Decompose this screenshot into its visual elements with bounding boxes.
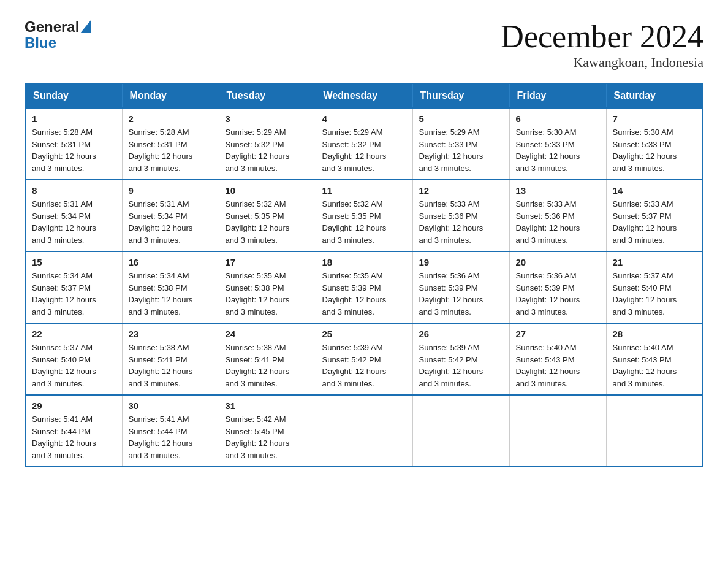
- header-thursday: Thursday: [412, 83, 509, 108]
- day-number: 8: [32, 185, 116, 196]
- calendar-cell: 19 Sunrise: 5:36 AM Sunset: 5:39 PM Dayl…: [412, 251, 509, 323]
- header-saturday: Saturday: [606, 83, 703, 108]
- day-info: Sunrise: 5:34 AM Sunset: 5:38 PM Dayligh…: [129, 270, 213, 318]
- calendar-body: 1 Sunrise: 5:28 AM Sunset: 5:31 PM Dayli…: [25, 108, 703, 467]
- header-sunday: Sunday: [25, 83, 122, 108]
- day-info: Sunrise: 5:39 AM Sunset: 5:42 PM Dayligh…: [419, 342, 503, 389]
- day-number: 5: [419, 113, 503, 124]
- day-number: 22: [32, 329, 116, 339]
- day-info: Sunrise: 5:33 AM Sunset: 5:36 PM Dayligh…: [419, 198, 503, 246]
- day-info: Sunrise: 5:41 AM Sunset: 5:44 PM Dayligh…: [129, 413, 213, 461]
- calendar-cell: 12 Sunrise: 5:33 AM Sunset: 5:36 PM Dayl…: [412, 180, 509, 251]
- calendar-cell: 2 Sunrise: 5:28 AM Sunset: 5:31 PM Dayli…: [122, 108, 219, 180]
- day-info: Sunrise: 5:42 AM Sunset: 5:45 PM Dayligh…: [226, 413, 309, 461]
- calendar-cell: 6 Sunrise: 5:30 AM Sunset: 5:33 PM Dayli…: [509, 108, 606, 180]
- calendar-cell: 7 Sunrise: 5:30 AM Sunset: 5:33 PM Dayli…: [606, 108, 703, 180]
- calendar-cell: 18 Sunrise: 5:35 AM Sunset: 5:39 PM Dayl…: [316, 251, 412, 323]
- calendar-cell: [509, 395, 606, 467]
- day-info: Sunrise: 5:29 AM Sunset: 5:33 PM Dayligh…: [419, 126, 503, 174]
- calendar-cell: 1 Sunrise: 5:28 AM Sunset: 5:31 PM Dayli…: [25, 108, 122, 180]
- week-row-3: 15 Sunrise: 5:34 AM Sunset: 5:37 PM Dayl…: [25, 251, 703, 323]
- day-info: Sunrise: 5:37 AM Sunset: 5:40 PM Dayligh…: [613, 270, 697, 318]
- calendar-cell: 14 Sunrise: 5:33 AM Sunset: 5:37 PM Dayl…: [606, 180, 703, 251]
- week-row-4: 22 Sunrise: 5:37 AM Sunset: 5:40 PM Dayl…: [25, 323, 703, 395]
- day-info: Sunrise: 5:41 AM Sunset: 5:44 PM Dayligh…: [32, 413, 116, 461]
- day-info: Sunrise: 5:36 AM Sunset: 5:39 PM Dayligh…: [419, 270, 503, 318]
- day-number: 3: [226, 113, 309, 124]
- day-number: 30: [129, 400, 213, 411]
- day-number: 1: [32, 113, 116, 124]
- calendar-cell: 3 Sunrise: 5:29 AM Sunset: 5:32 PM Dayli…: [219, 108, 316, 180]
- day-number: 24: [226, 329, 309, 339]
- day-number: 4: [322, 113, 406, 124]
- day-info: Sunrise: 5:38 AM Sunset: 5:41 PM Dayligh…: [226, 342, 309, 389]
- day-info: Sunrise: 5:40 AM Sunset: 5:43 PM Dayligh…: [516, 342, 600, 389]
- day-number: 7: [613, 113, 697, 124]
- day-number: 9: [129, 185, 213, 196]
- calendar-cell: 29 Sunrise: 5:41 AM Sunset: 5:44 PM Dayl…: [25, 395, 122, 467]
- day-info: Sunrise: 5:32 AM Sunset: 5:35 PM Dayligh…: [322, 198, 406, 246]
- header-tuesday: Tuesday: [219, 83, 316, 108]
- calendar-cell: 24 Sunrise: 5:38 AM Sunset: 5:41 PM Dayl…: [219, 323, 316, 395]
- day-info: Sunrise: 5:28 AM Sunset: 5:31 PM Dayligh…: [129, 126, 213, 174]
- page-header: General Blue December 2024 Kawangkoan, I…: [25, 18, 703, 71]
- day-info: Sunrise: 5:33 AM Sunset: 5:37 PM Dayligh…: [613, 198, 697, 246]
- calendar-cell: [606, 395, 703, 467]
- header-wednesday: Wednesday: [316, 83, 412, 108]
- header-friday: Friday: [509, 83, 606, 108]
- calendar-cell: 4 Sunrise: 5:29 AM Sunset: 5:32 PM Dayli…: [316, 108, 412, 180]
- day-number: 2: [129, 113, 213, 124]
- calendar-cell: 30 Sunrise: 5:41 AM Sunset: 5:44 PM Dayl…: [122, 395, 219, 467]
- day-info: Sunrise: 5:35 AM Sunset: 5:39 PM Dayligh…: [322, 270, 406, 318]
- day-info: Sunrise: 5:33 AM Sunset: 5:36 PM Dayligh…: [516, 198, 600, 246]
- day-number: 18: [322, 257, 406, 267]
- day-info: Sunrise: 5:35 AM Sunset: 5:38 PM Dayligh…: [226, 270, 309, 318]
- calendar-cell: 9 Sunrise: 5:31 AM Sunset: 5:34 PM Dayli…: [122, 180, 219, 251]
- title-area: December 2024 Kawangkoan, Indonesia: [501, 18, 703, 71]
- day-info: Sunrise: 5:31 AM Sunset: 5:34 PM Dayligh…: [32, 198, 116, 246]
- day-number: 27: [516, 329, 600, 339]
- calendar-subtitle: Kawangkoan, Indonesia: [501, 55, 703, 71]
- calendar-cell: 28 Sunrise: 5:40 AM Sunset: 5:43 PM Dayl…: [606, 323, 703, 395]
- day-number: 20: [516, 257, 600, 267]
- day-info: Sunrise: 5:30 AM Sunset: 5:33 PM Dayligh…: [516, 126, 600, 174]
- day-info: Sunrise: 5:40 AM Sunset: 5:43 PM Dayligh…: [613, 342, 697, 389]
- calendar-cell: 25 Sunrise: 5:39 AM Sunset: 5:42 PM Dayl…: [316, 323, 412, 395]
- day-number: 15: [32, 257, 116, 267]
- day-info: Sunrise: 5:29 AM Sunset: 5:32 PM Dayligh…: [322, 126, 406, 174]
- calendar-header: SundayMondayTuesdayWednesdayThursdayFrid…: [25, 83, 703, 108]
- day-number: 6: [516, 113, 600, 124]
- calendar-table: SundayMondayTuesdayWednesdayThursdayFrid…: [25, 83, 703, 467]
- day-number: 21: [613, 257, 697, 267]
- calendar-cell: 17 Sunrise: 5:35 AM Sunset: 5:38 PM Dayl…: [219, 251, 316, 323]
- day-info: Sunrise: 5:28 AM Sunset: 5:31 PM Dayligh…: [32, 126, 116, 174]
- calendar-cell: 10 Sunrise: 5:32 AM Sunset: 5:35 PM Dayl…: [219, 180, 316, 251]
- day-number: 14: [613, 185, 697, 196]
- calendar-cell: 15 Sunrise: 5:34 AM Sunset: 5:37 PM Dayl…: [25, 251, 122, 323]
- day-info: Sunrise: 5:29 AM Sunset: 5:32 PM Dayligh…: [226, 126, 309, 174]
- day-info: Sunrise: 5:32 AM Sunset: 5:35 PM Dayligh…: [226, 198, 309, 246]
- day-number: 16: [129, 257, 213, 267]
- calendar-cell: [316, 395, 412, 467]
- calendar-cell: 20 Sunrise: 5:36 AM Sunset: 5:39 PM Dayl…: [509, 251, 606, 323]
- day-number: 25: [322, 329, 406, 339]
- week-row-1: 1 Sunrise: 5:28 AM Sunset: 5:31 PM Dayli…: [25, 108, 703, 180]
- week-row-2: 8 Sunrise: 5:31 AM Sunset: 5:34 PM Dayli…: [25, 180, 703, 251]
- calendar-cell: 5 Sunrise: 5:29 AM Sunset: 5:33 PM Dayli…: [412, 108, 509, 180]
- calendar-cell: 23 Sunrise: 5:38 AM Sunset: 5:41 PM Dayl…: [122, 323, 219, 395]
- logo-arrow-icon: [80, 20, 91, 33]
- calendar-cell: 13 Sunrise: 5:33 AM Sunset: 5:36 PM Dayl…: [509, 180, 606, 251]
- day-info: Sunrise: 5:34 AM Sunset: 5:37 PM Dayligh…: [32, 270, 116, 318]
- week-row-5: 29 Sunrise: 5:41 AM Sunset: 5:44 PM Dayl…: [25, 395, 703, 467]
- day-info: Sunrise: 5:38 AM Sunset: 5:41 PM Dayligh…: [129, 342, 213, 389]
- calendar-cell: 31 Sunrise: 5:42 AM Sunset: 5:45 PM Dayl…: [219, 395, 316, 467]
- logo-general-text: General: [25, 18, 91, 36]
- calendar-cell: 22 Sunrise: 5:37 AM Sunset: 5:40 PM Dayl…: [25, 323, 122, 395]
- day-info: Sunrise: 5:36 AM Sunset: 5:39 PM Dayligh…: [516, 270, 600, 318]
- calendar-cell: 26 Sunrise: 5:39 AM Sunset: 5:42 PM Dayl…: [412, 323, 509, 395]
- calendar-cell: 27 Sunrise: 5:40 AM Sunset: 5:43 PM Dayl…: [509, 323, 606, 395]
- day-number: 26: [419, 329, 503, 339]
- day-number: 19: [419, 257, 503, 267]
- day-info: Sunrise: 5:37 AM Sunset: 5:40 PM Dayligh…: [32, 342, 116, 389]
- day-number: 11: [322, 185, 406, 196]
